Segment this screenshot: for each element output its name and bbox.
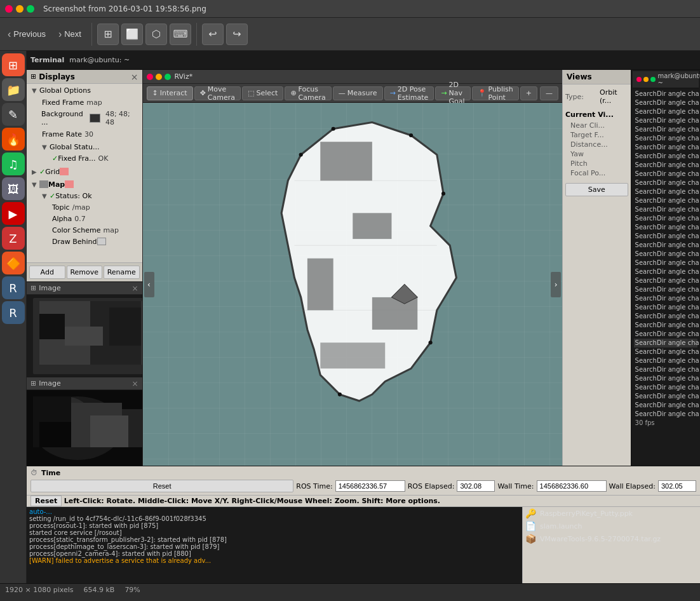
sidebar-item-ubuntu[interactable]: 🔶 (2, 252, 25, 274)
map-canvas[interactable]: ‹ › (143, 103, 563, 466)
sidebar-item-files[interactable]: 📁 (2, 78, 25, 101)
frame-rate-row[interactable]: Frame Rate 30 (27, 128, 142, 140)
global-status-row[interactable]: ▼ Global Statu... (27, 141, 142, 152)
image-panel-1-close-icon[interactable]: × (131, 284, 138, 293)
sidebar-item-rviz[interactable]: R (2, 276, 25, 299)
sidebar-item-terminal[interactable]: ⊞ (2, 53, 25, 76)
2d-nav-button[interactable]: → 2D Nav Goal (435, 86, 470, 100)
draw-behind-checkbox[interactable] (97, 238, 106, 245)
interact-button[interactable]: ↕ Interact (147, 86, 193, 100)
log-lines-container: SearchDir angle change SearchDir angle c… (633, 88, 699, 464)
current-view-section: Current Vi... Near Cli... Target F... Di… (565, 109, 628, 178)
global-status-label: Global Statu... (50, 143, 99, 151)
select-label: Select (256, 89, 278, 97)
svg-rect-7 (109, 307, 141, 346)
plus-button[interactable]: + (520, 86, 537, 100)
image-panel-2-close-icon[interactable]: × (131, 379, 138, 388)
terminal-label: Terminal (30, 56, 64, 64)
close-button[interactable] (5, 5, 13, 13)
sidebar-item-rviz2[interactable]: R (2, 301, 25, 324)
image-panel-2-header: ⊞ Image × (27, 377, 142, 390)
add-button[interactable]: Add (29, 266, 65, 279)
left-sidebar: ⊞ 📁 ✎ 🔥 ♫ 🖼 ▶ Z 🔶 R R (0, 51, 27, 583)
map-nav-left-icon[interactable]: ‹ (144, 272, 154, 297)
archive-file-icon: 📦 (525, 534, 536, 544)
color-scheme-row[interactable]: Color Scheme map (27, 224, 142, 236)
arrow-icon-button[interactable]: ⬡ (145, 24, 167, 45)
square-icon-button[interactable]: ⬜ (121, 24, 143, 45)
log-line-26: SearchDir angle change (634, 312, 697, 321)
background-row[interactable]: Background ... 48; 48; 48 (27, 109, 142, 127)
right-click-label: Right-Click/Mouse Wheel: (232, 497, 332, 505)
global-options-item: ▼ Global Options Fixed Frame map (27, 84, 142, 165)
alpha-row[interactable]: Alpha 0.7 (27, 213, 142, 224)
sidebar-item-texteditor[interactable]: ✎ (2, 103, 25, 126)
file-item-2[interactable]: 📄 slam.launch (523, 520, 700, 532)
fixed-frame-row[interactable]: Fixed Frame map (27, 97, 142, 108)
map-arrow-icon: ▼ (32, 181, 39, 188)
terminal-user: mark@ubuntu: ~ (69, 56, 130, 64)
displays-close-icon[interactable]: × (131, 72, 138, 82)
grid-row[interactable]: ▶ ✓ Grid (27, 166, 142, 177)
undo-icon-button[interactable]: ↩ (202, 24, 224, 45)
rviz-minimize-icon[interactable] (156, 74, 162, 80)
background-value: 48; 48; 48 (105, 110, 140, 126)
save-button[interactable]: Save (565, 183, 628, 196)
svg-point-28 (408, 133, 412, 137)
status-reset-btn[interactable]: Reset (30, 496, 62, 506)
map-status-check-icon: ✓ (50, 192, 55, 200)
log-max-icon[interactable] (650, 77, 656, 82)
ros-time-input[interactable] (335, 480, 405, 492)
map-row[interactable]: ▼ Map (27, 179, 142, 190)
rviz-close-icon[interactable] (147, 74, 153, 80)
minimize-button[interactable] (16, 5, 24, 13)
file-item-1[interactable]: 🔑 RaspberryPiKeyt_Putty.ppk (523, 507, 700, 520)
map-nav-right-icon[interactable]: › (551, 272, 561, 297)
previous-button[interactable]: ‹ Previous (3, 26, 51, 43)
wall-time-label: Wall Time: (497, 482, 534, 490)
measure-button[interactable]: — Measure (333, 86, 383, 100)
maximize-button[interactable] (27, 5, 34, 13)
ros-elapsed-input[interactable] (457, 480, 495, 492)
select-button[interactable]: ⬚ Select (242, 86, 283, 100)
sidebar-item-imageviewer[interactable]: 🖼 (2, 177, 25, 200)
2d-pose-button[interactable]: → 2D Pose Estimate (384, 86, 434, 100)
wall-elapsed-input[interactable] (658, 480, 696, 492)
log-min-icon[interactable] (643, 77, 649, 82)
reset-button[interactable]: Reset (30, 480, 293, 492)
log-close-icon[interactable] (636, 77, 642, 82)
rviz-maximize-icon[interactable] (165, 74, 171, 80)
log-line-1: SearchDir angle change (634, 90, 697, 98)
fixed-fra-row[interactable]: ✓ Fixed Fra... OK (27, 152, 142, 164)
move-camera-button[interactable]: ✥ Move Camera (194, 86, 241, 100)
global-options-row[interactable]: ▼ Global Options (27, 84, 142, 96)
sidebar-item-fz[interactable]: Z (2, 227, 25, 250)
wall-time-input[interactable] (537, 480, 607, 492)
background-color-swatch[interactable] (90, 114, 100, 123)
publish-point-button[interactable]: 📍 Publish Point (472, 86, 519, 100)
remove-button[interactable]: Remove (67, 266, 103, 279)
rename-button[interactable]: Rename (104, 266, 140, 279)
sidebar-item-browser[interactable]: 🔥 (2, 128, 25, 151)
minus-button[interactable]: — (540, 86, 558, 100)
topic-row[interactable]: Topic /map (27, 201, 142, 213)
draw-behind-row[interactable]: Draw Behind (27, 236, 142, 247)
keyboard-icon-button[interactable]: ⌨ (170, 24, 191, 45)
focus-camera-button[interactable]: ⊕ Focus Camera (285, 86, 331, 100)
sidebar-item-spotify[interactable]: ♫ (2, 152, 25, 175)
next-button[interactable]: › Next (53, 26, 86, 43)
displays-panel: ⊞ Displays × ▼ Global Options (27, 70, 142, 281)
color-scheme-value: map (103, 226, 118, 234)
svg-rect-21 (307, 259, 333, 311)
map-status-row[interactable]: ▼ ✓ Status: Ok (27, 190, 142, 201)
redo-icon-button[interactable]: ↪ (226, 24, 248, 45)
frame-rate-value: 30 (84, 130, 93, 138)
views-content: Type: Orbit (r... Current Vi... Near Cli… (563, 84, 631, 180)
log-line-14: SearchDir angle change (634, 205, 697, 214)
sidebar-item-youtube[interactable]: ▶ (2, 202, 25, 225)
measure-icon: — (339, 89, 346, 97)
right-log-panel: mark@ubuntu: ~ SearchDir angle change Se… (631, 70, 700, 466)
file-item-3[interactable]: 📦 VMwareTools-9.6.5-2700074.tar.gz (523, 532, 700, 545)
grid-icon-button[interactable]: ⊞ (97, 24, 119, 45)
image-canvas-2 (27, 390, 142, 466)
